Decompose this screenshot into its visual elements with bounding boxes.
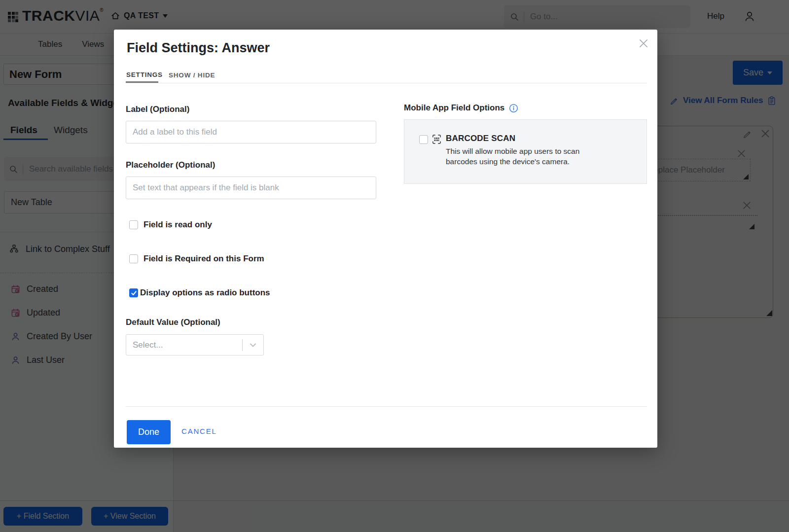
barcode-icon	[431, 134, 442, 145]
mobile-options-heading-row: Mobile App Field Options	[404, 103, 518, 113]
checkbox-checked-icon[interactable]	[129, 288, 138, 297]
placeholder-input[interactable]	[126, 177, 376, 199]
checkbox-row-required[interactable]: Field is Required on this Form	[129, 254, 264, 264]
label-field-label: Label (Optional)	[126, 105, 189, 114]
modal-title: Field Settings: Answer	[127, 40, 270, 56]
mobile-options-panel: BARCODE SCAN This will allow mobile app …	[404, 119, 647, 184]
checkbox-label: Field is Required on this Form	[143, 254, 264, 264]
checkbox-label: Display options as radio buttons	[140, 288, 270, 298]
tab-show-hide[interactable]: SHOW / HIDE	[169, 71, 215, 79]
info-icon[interactable]	[509, 104, 518, 113]
cancel-button[interactable]: CANCEL	[181, 427, 217, 435]
done-button[interactable]: Done	[127, 420, 171, 444]
divider	[126, 406, 647, 407]
close-icon[interactable]	[638, 36, 651, 50]
barcode-option-title: BARCODE SCAN	[446, 134, 515, 143]
chevron-down-icon	[249, 341, 257, 350]
mobile-options-heading: Mobile App Field Options	[404, 103, 504, 113]
checkbox-row-read-only[interactable]: Field is read only	[129, 220, 212, 230]
label-input[interactable]	[126, 121, 376, 143]
default-value-label: Default Value (Optional)	[126, 318, 220, 327]
tab-settings[interactable]: SETTINGS	[126, 71, 163, 78]
placeholder-field-label: Placeholder (Optional)	[126, 160, 215, 170]
divider	[126, 83, 647, 83]
page: TRACKVIA® QA TEST Help Tables Views New …	[0, 0, 789, 532]
barcode-option-description: This will allow mobile app users to scan…	[446, 146, 611, 167]
checkbox-unchecked-icon[interactable]	[129, 254, 138, 263]
checkbox-row-radio-buttons[interactable]: Display options as radio buttons	[129, 288, 270, 298]
select-divider	[242, 339, 243, 351]
checkbox-label: Field is read only	[143, 220, 212, 230]
default-value-select[interactable]: Select...	[126, 334, 264, 355]
select-value: Select...	[126, 340, 242, 350]
barcode-checkbox-unchecked-icon[interactable]	[419, 135, 428, 144]
field-settings-modal: Field Settings: Answer SETTINGS SHOW / H…	[114, 30, 657, 448]
checkbox-unchecked-icon[interactable]	[129, 220, 138, 229]
